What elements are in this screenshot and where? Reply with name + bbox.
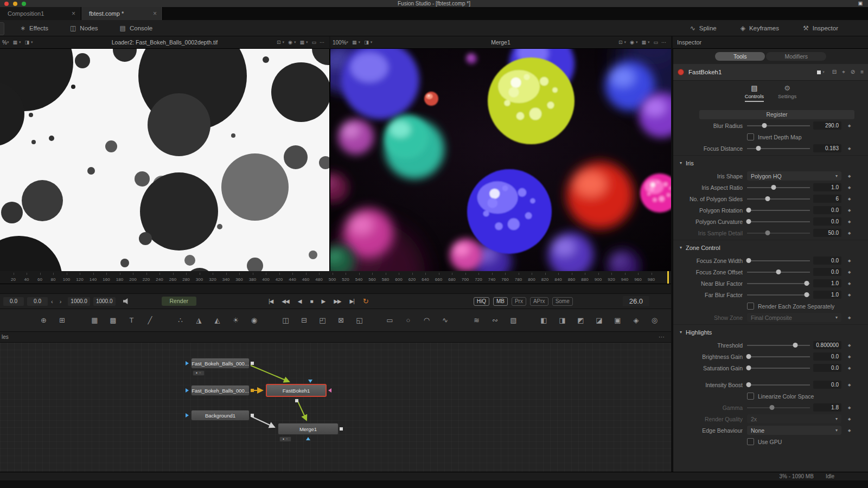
split-view-icon[interactable]: ▦ — [350, 40, 359, 45]
ab-buffer-icon[interactable]: ◨ — [23, 40, 31, 45]
keyframe-diamond-icon[interactable]: ◆ — [848, 174, 851, 178]
keyframe-diamond-icon[interactable]: ◆ — [848, 293, 851, 297]
iris-shape-dropdown[interactable]: Polygon HQ▾ — [747, 171, 841, 181]
viewer-options-menu-icon[interactable]: ⋯ — [660, 40, 668, 45]
keyframe-diamond-icon[interactable]: ◆ — [848, 406, 851, 410]
text-3d-icon[interactable]: ◩ — [574, 314, 588, 326]
mb-toggle[interactable]: MB — [493, 297, 508, 306]
gamma-slider[interactable] — [747, 407, 810, 408]
chevron-down-icon[interactable]: ▾ — [822, 70, 825, 74]
chevron-down-icon[interactable]: ▾ — [371, 40, 373, 44]
pin-icon[interactable]: ⌖ — [842, 69, 845, 75]
invert-depth-map-checkbox[interactable] — [747, 133, 754, 140]
depth-map-viewer[interactable] — [0, 49, 329, 271]
focus-zone-width-value-field[interactable]: 0.0 — [813, 256, 841, 265]
loop-button[interactable]: ↻ — [359, 297, 373, 305]
near-blur-factor-value-field[interactable]: 1.0 — [813, 279, 841, 287]
subtab-settings[interactable]: ⚙Settings — [778, 84, 796, 101]
node-output-connector[interactable] — [340, 427, 343, 431]
play-button[interactable]: ▶ — [317, 298, 329, 304]
render-quality-dropdown[interactable]: 2x▾ — [747, 414, 841, 423]
keyframe-diamond-icon[interactable]: ◆ — [848, 417, 851, 421]
far-blur-factor-slider[interactable] — [747, 294, 810, 296]
right-viewer-zoom[interactable]: 100% — [333, 40, 347, 46]
audio-icon[interactable] — [123, 298, 130, 305]
window-menu-icon[interactable]: ▣ — [858, 1, 863, 6]
render-end-field[interactable]: 1000.0 — [68, 297, 90, 306]
split-view-icon[interactable]: ▦ — [11, 40, 19, 45]
keyframe-diamond-icon[interactable]: ◆ — [848, 146, 851, 151]
render-button[interactable]: Render — [162, 297, 196, 306]
image-plane-3d-icon[interactable]: ◧ — [537, 314, 551, 326]
play-reverse-button[interactable]: ◀ — [293, 298, 306, 304]
iris-sample-detail-value-field[interactable]: 50.0 — [813, 229, 841, 237]
inspector-tab-tools[interactable]: Tools — [715, 52, 765, 61]
show-zone-dropdown[interactable]: Final Composite▾ — [747, 313, 841, 322]
viewer-options-menu-icon[interactable]: ⋯ — [318, 40, 326, 45]
keyframe-diamond-icon[interactable]: ◆ — [848, 124, 851, 128]
spline-warp-icon[interactable]: ∿ — [438, 314, 452, 326]
section-iris[interactable]: ▾Iris — [673, 155, 868, 170]
subtab-controls[interactable]: ▤Controls — [745, 84, 764, 102]
keyframes-button[interactable]: ◈ Keyframes — [736, 23, 784, 34]
slider-handle[interactable] — [765, 196, 770, 201]
comp-start-field[interactable]: 0.0 — [3, 297, 24, 306]
keyframe-diamond-icon[interactable]: ◆ — [848, 270, 851, 274]
blur-radius-value-field[interactable]: 290.0 — [813, 121, 841, 130]
inspector-button[interactable]: ⚒ Inspector — [798, 23, 843, 34]
node-thumbnail-badge[interactable]: ● ○ — [193, 370, 205, 376]
polygon-rotation-value-field[interactable]: 0.0 — [813, 206, 841, 214]
iris-aspect-ratio-value-field[interactable]: 1.0 — [813, 183, 841, 191]
brightness-gain-slider[interactable] — [747, 356, 810, 357]
slider-handle[interactable] — [756, 146, 761, 151]
threshold-value-field[interactable]: 0.800000 — [813, 341, 841, 349]
nodes-button[interactable]: ◫ Nodes — [65, 23, 103, 34]
renderer-3d-icon[interactable]: ◎ — [648, 314, 661, 326]
slider-handle[interactable] — [793, 343, 798, 348]
polygon-curvature-value-field[interactable]: 0.0 — [813, 217, 841, 226]
slider-handle[interactable] — [746, 219, 751, 224]
particles-icon[interactable]: ∴ — [174, 314, 187, 326]
versions-icon[interactable]: ⊟ — [832, 69, 837, 75]
chevron-down-icon[interactable]: ▾ — [636, 40, 638, 44]
node-editor-menu-icon[interactable]: ⋯ — [659, 333, 665, 341]
slider-handle[interactable] — [805, 292, 809, 297]
checker-underlay-icon[interactable]: ▦ — [298, 40, 306, 45]
slider-handle[interactable] — [746, 365, 751, 370]
light-icon[interactable]: ☀ — [229, 314, 242, 326]
keyframe-diamond-icon[interactable]: ◆ — [848, 343, 851, 348]
threshold-slider[interactable] — [747, 345, 810, 346]
iris-sample-detail-slider[interactable] — [747, 233, 810, 234]
chevron-down-icon[interactable]: ▾ — [19, 40, 21, 44]
arc-spline-icon[interactable]: ◠ — [420, 314, 433, 326]
slider-handle[interactable] — [762, 123, 767, 128]
keyframe-diamond-icon[interactable]: ◆ — [848, 428, 851, 433]
use-gpu-checkbox[interactable] — [747, 438, 754, 445]
node-output-connector[interactable] — [295, 399, 298, 402]
lock-icon[interactable]: ⊘ — [851, 69, 855, 75]
slider-handle[interactable] — [770, 405, 775, 410]
polygon-rotation-slider[interactable] — [747, 210, 810, 211]
slider-handle[interactable] — [805, 281, 809, 286]
iris-aspect-ratio-slider[interactable] — [747, 187, 810, 188]
slider-handle[interactable] — [776, 269, 781, 274]
resize-icon[interactable]: ⊠ — [334, 314, 348, 326]
effects-button[interactable]: ∗ Effects — [15, 23, 53, 34]
node-input-arrow[interactable] — [186, 388, 189, 393]
checker-underlay-icon[interactable]: ▦ — [640, 40, 648, 45]
slider-handle[interactable] — [746, 258, 751, 263]
far-blur-factor-value-field[interactable]: 1.0 — [813, 291, 841, 299]
prev-key-button[interactable]: ‹ — [48, 298, 56, 305]
fit-view-icon[interactable]: ⊡ — [275, 40, 283, 45]
polygon-curvature-slider[interactable] — [747, 221, 810, 222]
close-tab-icon[interactable]: × — [153, 10, 157, 17]
layers-icon[interactable]: ⊟ — [297, 314, 311, 326]
region-icon[interactable]: ▭ — [310, 40, 318, 45]
node-fastbokeh1[interactable]: FastBokeh1 — [266, 384, 327, 397]
some-toggle[interactable]: Some — [552, 297, 573, 306]
saturation-gain-slider[interactable] — [747, 368, 810, 369]
intensity-boost-value-field[interactable]: 0.0 — [813, 381, 841, 389]
chevron-down-icon[interactable]: ▾ — [7, 40, 9, 44]
color-controls-icon[interactable]: ◉ — [628, 40, 636, 45]
node-merge1[interactable]: Merge1 — [278, 423, 339, 435]
